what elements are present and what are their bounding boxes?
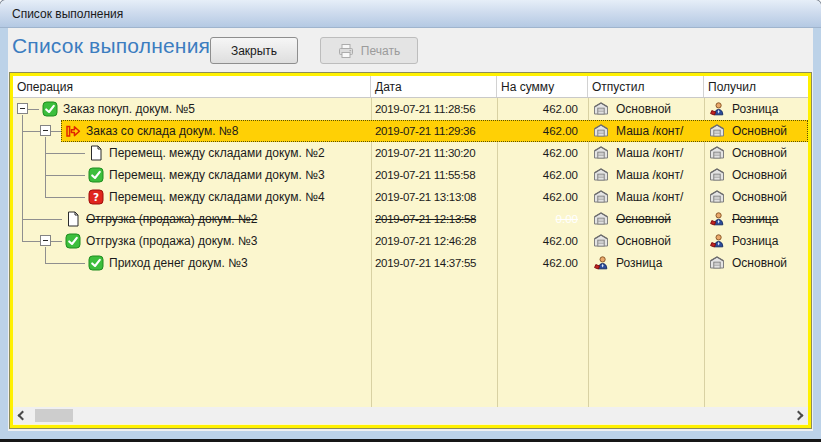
released-label: Розница	[616, 256, 662, 270]
tree-collapse-expander[interactable]	[17, 103, 28, 114]
column-header[interactable]: Дата	[371, 76, 497, 97]
received-cell: Розница	[704, 208, 808, 230]
column-header[interactable]: Операция	[13, 76, 371, 97]
received-cell: Основной	[704, 120, 808, 142]
column-header[interactable]: На сумму	[497, 76, 588, 97]
received-cell: Розница	[704, 98, 808, 120]
received-label: Основной	[732, 190, 787, 204]
warehouse-icon	[709, 255, 725, 271]
print-button[interactable]: Печать	[320, 37, 418, 64]
amount-cell: 462.00	[497, 230, 588, 252]
window-frame: Список выполнения Закрыть Печать Операци…	[0, 28, 821, 439]
operation-label: Перемещ. между складами докум. №2	[109, 142, 325, 164]
released-cell: Основной	[588, 230, 704, 252]
amount-cell: 0.00	[497, 208, 588, 230]
column-header[interactable]: Отпустил	[588, 76, 704, 97]
scrollbar-thumb[interactable]	[35, 409, 73, 422]
warehouse-icon	[593, 145, 609, 161]
released-cell: Основной	[588, 98, 704, 120]
amount-cell: 462.00	[497, 186, 588, 208]
document-icon	[88, 145, 104, 161]
table-row[interactable]: 2019-07-21 11:29:36 462.00 Маша /конт/ О…	[13, 120, 808, 142]
table-row[interactable]: 2019-07-21 12:13:58 0.00 Основной Розниц…	[13, 208, 808, 230]
received-cell: Основной	[704, 164, 808, 186]
date-cell: 2019-07-21 11:29:36	[371, 120, 497, 142]
table-row[interactable]: 2019-07-21 11:30:20 462.00 Маша /конт/ О…	[13, 142, 808, 164]
released-label: Основной	[616, 212, 671, 226]
check-done-icon	[65, 233, 81, 249]
operation-label: Перемещ. между складами докум. №4	[109, 186, 325, 208]
table-row[interactable]: 2019-07-21 11:28:56 462.00 Основной Розн…	[13, 98, 808, 120]
operation-label: Приход денег докум. №3	[109, 252, 248, 274]
amount-cell: 462.00	[497, 252, 588, 274]
table-row[interactable]: 2019-07-21 13:13:08 462.00 Маша /конт/ О…	[13, 186, 808, 208]
warehouse-icon	[593, 167, 609, 183]
released-label: Основной	[616, 102, 671, 116]
warehouse-icon	[709, 123, 725, 139]
window-titlebar[interactable]: Список выполнения	[0, 0, 821, 28]
warehouse-icon	[593, 189, 609, 205]
released-cell: Розница	[588, 252, 704, 274]
svg-text:?: ?	[93, 191, 99, 203]
column-header[interactable]: Получил	[704, 76, 808, 97]
released-label: Маша /конт/	[616, 124, 683, 138]
date-cell: 2019-07-21 11:55:58	[371, 164, 497, 186]
person-icon	[709, 211, 725, 227]
date-cell: 2019-07-21 13:13:08	[371, 186, 497, 208]
person-icon	[709, 233, 725, 249]
operation-label: Заказ со склада докум. №8	[86, 120, 238, 142]
print-button-label: Печать	[361, 44, 400, 58]
released-label: Маша /конт/	[616, 168, 683, 182]
execution-list-table: ОперацияДатаНа суммуОтпустилПолучил 2019…	[10, 73, 811, 428]
operation-label: Заказ покуп. докум. №5	[63, 98, 195, 120]
app-window: Список выполнения Список выполнения Закр…	[0, 0, 821, 442]
warehouse-icon	[593, 211, 609, 227]
date-cell: 2019-07-21 12:46:28	[371, 230, 497, 252]
table-row[interactable]: 2019-07-21 11:55:58 462.00 Маша /конт/ О…	[13, 164, 808, 186]
warehouse-icon	[593, 233, 609, 249]
date-cell: 2019-07-21 11:30:20	[371, 142, 497, 164]
amount-cell: 462.00	[497, 164, 588, 186]
window-title: Список выполнения	[12, 7, 123, 21]
close-button[interactable]: Закрыть	[210, 37, 298, 64]
released-cell: Маша /конт/	[588, 186, 704, 208]
printer-icon	[338, 43, 354, 59]
warehouse-icon	[709, 145, 725, 161]
released-cell: Маша /конт/	[588, 120, 704, 142]
run-arrow-icon	[65, 123, 81, 139]
person-icon	[709, 101, 725, 117]
released-cell: Маша /конт/	[588, 142, 704, 164]
received-label: Основной	[732, 168, 787, 182]
tree-collapse-expander[interactable]	[40, 125, 51, 136]
table-row[interactable]: 2019-07-21 14:37:55 462.00 Розница Основ…	[13, 252, 808, 274]
received-label: Основной	[732, 146, 787, 160]
tree-collapse-expander[interactable]	[40, 235, 51, 246]
horizontal-scrollbar[interactable]	[13, 407, 808, 424]
operation-label: Перемещ. между складами докум. №3	[109, 164, 325, 186]
check-done-icon	[88, 167, 104, 183]
warehouse-icon	[593, 123, 609, 139]
received-cell: Основной	[704, 142, 808, 164]
page-title: Список выполнения	[12, 34, 210, 58]
released-cell: Основной	[588, 208, 704, 230]
scroll-left-arrow[interactable]	[13, 407, 30, 424]
document-icon	[65, 211, 81, 227]
received-label: Розница	[732, 234, 778, 248]
released-label: Основной	[616, 234, 671, 248]
date-cell: 2019-07-21 11:28:56	[371, 98, 497, 120]
check-done-icon	[88, 255, 104, 271]
received-cell: Основной	[704, 186, 808, 208]
scroll-right-arrow[interactable]	[791, 407, 808, 424]
received-label: Розница	[732, 212, 778, 226]
received-cell: Основной	[704, 252, 808, 274]
operation-label: Отгрузка (продажа) докум. №2	[86, 208, 257, 230]
table-body: 2019-07-21 11:28:56 462.00 Основной Розн…	[13, 98, 808, 407]
table-header-row: ОперацияДатаНа суммуОтпустилПолучил	[13, 76, 808, 98]
table-row[interactable]: 2019-07-21 12:46:28 462.00 Основной Розн…	[13, 230, 808, 252]
window-content: Список выполнения Закрыть Печать Операци…	[8, 28, 813, 431]
released-label: Маша /конт/	[616, 190, 683, 204]
received-label: Основной	[732, 256, 787, 270]
warehouse-icon	[593, 101, 609, 117]
date-cell: 2019-07-21 12:13:58	[371, 208, 497, 230]
date-cell: 2019-07-21 14:37:55	[371, 252, 497, 274]
